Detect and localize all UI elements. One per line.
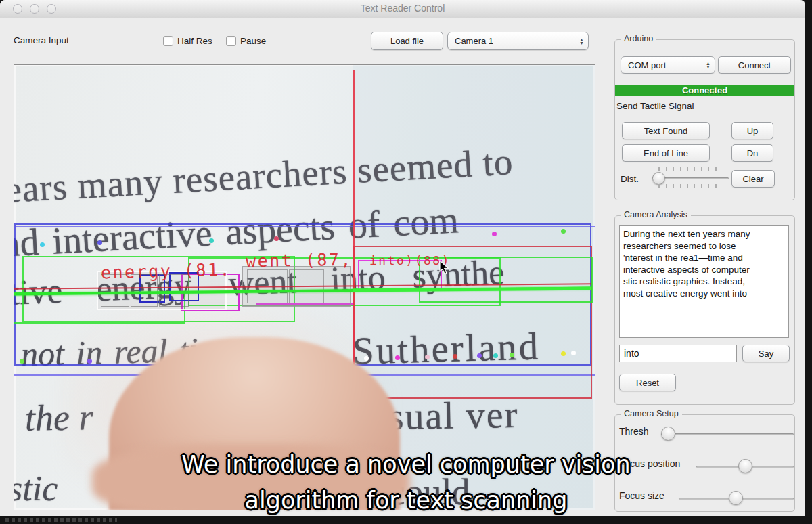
ocr-annotation-energy: energy (81. xyxy=(101,259,232,282)
feature-dot xyxy=(274,236,279,241)
com-port-select[interactable]: COM port ▲▼ xyxy=(621,56,715,74)
dist-slider-ticks-top xyxy=(652,167,729,171)
camera-view: ears many researchers seemed to nd inter… xyxy=(14,64,595,510)
camera-analysis-group: Camera Analysis During the next ten year… xyxy=(614,215,795,405)
arduino-group: Arduino COM port ▲▼ Connect Connected Se… xyxy=(614,39,795,200)
feature-dot xyxy=(20,359,24,364)
subtitle-line2: algorithm for text scanning xyxy=(0,487,812,514)
dn-button[interactable]: Dn xyxy=(731,144,773,162)
camera-select[interactable]: Camera 1 ▲▼ xyxy=(447,32,589,50)
word-input[interactable] xyxy=(619,345,737,362)
stepper-icon: ▲▼ xyxy=(706,62,710,68)
connection-status: Connected xyxy=(615,85,794,96)
text-found-button[interactable]: Text Found xyxy=(622,122,710,139)
connect-button[interactable]: Connect xyxy=(718,56,791,74)
end-of-line-button[interactable]: End of Line xyxy=(622,144,710,162)
feature-dot xyxy=(493,353,498,358)
pause-label: Pause xyxy=(240,36,266,46)
camera-setup-group-label: Camera Setup xyxy=(621,409,682,418)
feature-dot xyxy=(453,354,457,359)
thresh-slider-track[interactable] xyxy=(661,433,794,435)
dist-slider-knob[interactable] xyxy=(652,172,665,185)
window-title: Text Reader Control xyxy=(0,3,805,14)
arduino-group-label: Arduino xyxy=(621,34,656,43)
send-tactile-label: Send Tactile Signal xyxy=(616,101,694,111)
half-res-checkbox[interactable] xyxy=(163,36,173,46)
titlebar: Text Reader Control xyxy=(0,0,805,18)
dist-label: Dist. xyxy=(621,174,639,184)
clear-button[interactable]: Clear xyxy=(731,170,775,188)
dist-slider-ticks-bottom xyxy=(652,184,729,188)
feature-dot xyxy=(395,355,400,360)
camera-analysis-group-label: Camera Analysis xyxy=(621,210,691,219)
feature-dot xyxy=(561,351,566,356)
feature-dot xyxy=(571,351,576,355)
com-port-value: COM port xyxy=(628,60,666,70)
pause-checkbox[interactable] xyxy=(226,36,236,46)
feature-dot xyxy=(364,356,369,361)
app-window: Text Reader Control Camera Input Half Re… xyxy=(0,0,805,516)
feature-dot xyxy=(97,240,102,245)
say-button[interactable]: Say xyxy=(742,345,790,362)
feature-dot xyxy=(87,359,92,364)
up-button[interactable]: Up xyxy=(731,122,773,139)
feature-dot xyxy=(510,353,514,357)
feature-dot xyxy=(477,353,482,358)
load-file-button[interactable]: Load file xyxy=(371,32,443,50)
feature-dot xyxy=(492,232,497,236)
thresh-slider-knob[interactable] xyxy=(661,427,675,441)
feature-dot xyxy=(209,238,214,243)
half-res-label: Half Res xyxy=(177,36,212,46)
feature-dot xyxy=(40,242,45,247)
analysis-textarea[interactable]: During the next ten years many researche… xyxy=(619,225,789,338)
feature-dot xyxy=(561,229,566,234)
ocr-annotation-went: went (87, xyxy=(246,250,353,271)
reset-button[interactable]: Reset xyxy=(619,374,676,391)
mouse-cursor-icon xyxy=(439,260,450,275)
screen: Text Reader Control Camera Input Half Re… xyxy=(0,0,812,524)
stepper-icon: ▲▼ xyxy=(579,38,584,45)
subtitle-line1: We introduce a novel computer vision xyxy=(0,451,812,478)
camera-select-value: Camera 1 xyxy=(455,36,493,46)
camera-input-label: Camera Input xyxy=(14,35,69,45)
thresh-label: Thresh xyxy=(619,426,649,437)
letterbox-marks xyxy=(5,518,117,522)
feature-dot xyxy=(425,355,430,359)
